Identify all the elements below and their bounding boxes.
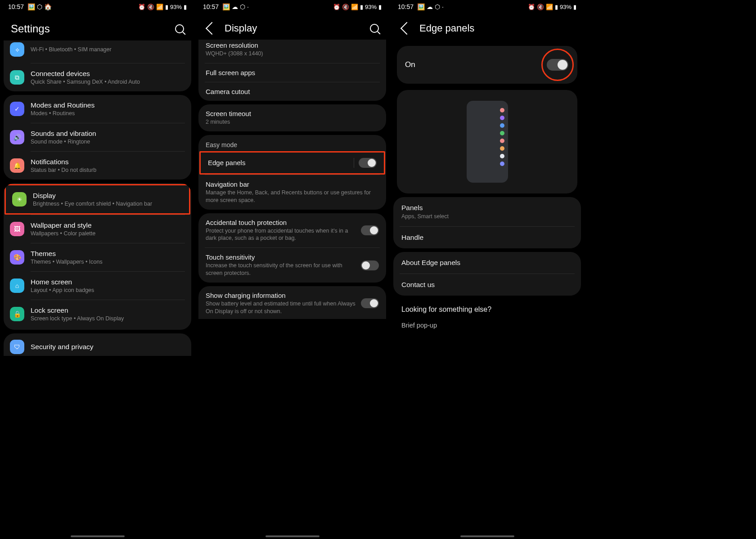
- edge-panels-toggle[interactable]: [359, 158, 377, 168]
- item-title: Show charging information: [206, 292, 356, 299]
- signal-icon: ▮: [555, 4, 558, 10]
- item-subtitle: Layout • App icon badges: [31, 287, 185, 293]
- header: Settings: [0, 13, 195, 40]
- back-icon[interactable]: [206, 22, 218, 35]
- link-brief-popup[interactable]: Brief pop-up: [393, 316, 581, 334]
- looking-for-label: Looking for something else?: [393, 299, 581, 316]
- status-bar: 10:57 🖼️ ☁ ⬡ · ⏰ 🔇 📶 ▮ 93% ▮: [195, 0, 390, 13]
- item-subtitle: WQHD+ (3088 x 1440): [206, 50, 379, 58]
- edge-item-handle[interactable]: Handle: [393, 227, 581, 248]
- gallery-icon: 🖼️: [222, 3, 230, 10]
- app-icon: ⬡: [435, 3, 440, 10]
- settings-item-modes-routines[interactable]: ✓ Modes and Routines Modes • Routines: [4, 95, 191, 123]
- preview-dot: [500, 146, 504, 151]
- item-subtitle: Apps, Smart select: [401, 213, 573, 220]
- item-title: Themes: [31, 250, 185, 258]
- preview-dots: [500, 108, 504, 175]
- item-subtitle: Wallpapers • Color palette: [31, 230, 185, 237]
- charging-info-toggle[interactable]: [361, 298, 379, 308]
- display-item-screen-timeout[interactable]: Screen timeout 2 minutes: [198, 104, 386, 131]
- cloud-icon: ☁: [232, 3, 238, 10]
- on-label: On: [405, 60, 415, 69]
- preview-dot: [500, 139, 504, 143]
- item-subtitle: Quick Share • Samsung DeX • Android Auto: [31, 79, 185, 85]
- item-title: Display: [33, 192, 183, 200]
- edge-panels-master-toggle-row[interactable]: On: [397, 46, 577, 84]
- edge-panel-preview: [397, 90, 577, 193]
- section-label-easy-mode[interactable]: Easy mode: [198, 135, 386, 151]
- item-title: Connected devices: [31, 70, 185, 78]
- gallery-icon: 🖼️: [27, 3, 35, 10]
- page-title: Display: [225, 22, 257, 34]
- settings-item-connections[interactable]: ⟡ Wi-Fi • Bluetooth • SIM manager: [4, 40, 191, 63]
- preview-dot: [500, 116, 504, 120]
- item-subtitle: Manage the Home, Back, and Recents butto…: [206, 189, 379, 204]
- alarm-icon: ⏰: [138, 4, 145, 10]
- shield-icon: 🛡: [10, 340, 24, 354]
- status-time: 10:57: [8, 3, 24, 10]
- home-icon: ⌂: [10, 278, 24, 293]
- settings-item-notifications[interactable]: 🔔 Notifications Status bar • Do not dist…: [4, 152, 191, 180]
- battery-percent: 93%: [365, 4, 377, 10]
- accidental-touch-toggle[interactable]: [361, 225, 379, 235]
- item-title: Navigation bar: [206, 180, 379, 188]
- settings-item-security[interactable]: 🛡 Security and privacy: [4, 333, 191, 356]
- edge-item-contact[interactable]: Contact us: [393, 274, 581, 296]
- page-title: Settings: [11, 22, 50, 35]
- battery-icon: ▮: [378, 4, 382, 10]
- settings-list: ⟡ Wi-Fi • Bluetooth • SIM manager ⧉ Conn…: [0, 40, 195, 539]
- app-icon: ⬡: [37, 3, 42, 10]
- item-title: Home screen: [31, 278, 185, 286]
- item-subtitle: Protect your phone from accidental touch…: [206, 227, 356, 243]
- preview-dot: [500, 131, 504, 135]
- header: Edge panels: [390, 13, 585, 40]
- cloud-icon: ☁: [427, 3, 433, 10]
- item-title: Panels: [401, 204, 573, 212]
- settings-item-lock-screen[interactable]: 🔒 Lock screen Screen lock type • Always …: [4, 300, 191, 328]
- item-subtitle: Brightness • Eye comfort shield • Naviga…: [33, 201, 183, 207]
- touch-sensitivity-toggle[interactable]: [361, 261, 379, 270]
- wifi-icon: ⟡: [10, 42, 24, 57]
- settings-item-wallpaper[interactable]: 🖼 Wallpaper and style Wallpapers • Color…: [4, 215, 191, 243]
- display-item-accidental-touch[interactable]: Accidental touch protection Protect your…: [198, 213, 386, 248]
- signal-icon: ▮: [360, 4, 363, 10]
- settings-item-sounds[interactable]: 🔊 Sounds and vibration Sound mode • Ring…: [4, 123, 191, 151]
- wifi-icon: 📶: [351, 4, 358, 10]
- bell-icon: 🔔: [10, 158, 24, 173]
- settings-item-display[interactable]: ☀ Display Brightness • Eye comfort shiel…: [6, 185, 189, 213]
- header: Display: [195, 13, 390, 40]
- sound-icon: 🔊: [10, 130, 24, 144]
- mute-icon: 🔇: [342, 4, 349, 10]
- item-title: Security and privacy: [31, 343, 185, 351]
- gallery-icon: 🖼️: [417, 3, 425, 10]
- settings-item-connected-devices[interactable]: ⧉ Connected devices Quick Share • Samsun…: [4, 63, 191, 91]
- back-icon[interactable]: [400, 22, 413, 35]
- palette-icon: 🎨: [10, 250, 24, 265]
- item-title: Accidental touch protection: [206, 219, 356, 226]
- settings-item-themes[interactable]: 🎨 Themes Themes • Wallpapers • Icons: [4, 243, 191, 271]
- edge-item-about[interactable]: About Edge panels: [393, 252, 581, 274]
- edge-panels-master-toggle[interactable]: [547, 59, 568, 71]
- item-subtitle: Screen lock type • Always On Display: [31, 315, 185, 322]
- item-title: Screen timeout: [206, 110, 379, 117]
- preview-dot: [500, 162, 504, 166]
- display-item-full-screen-apps[interactable]: Full screen apps: [198, 63, 386, 82]
- settings-item-home-screen[interactable]: ⌂ Home screen Layout • App icon badges: [4, 272, 191, 300]
- item-title: Notifications: [31, 158, 185, 166]
- item-title: Contact us: [401, 281, 573, 289]
- display-item-touch-sensitivity[interactable]: Touch sensitivity Increase the touch sen…: [198, 248, 386, 283]
- item-title: Screen resolution: [206, 41, 379, 49]
- item-title: About Edge panels: [401, 259, 573, 267]
- preview-dot: [500, 108, 504, 112]
- display-item-screen-resolution[interactable]: Screen resolution WQHD+ (3088 x 1440): [198, 40, 386, 63]
- display-item-show-charging[interactable]: Show charging information Show battery l…: [198, 286, 386, 319]
- nav-indicator: [266, 535, 320, 537]
- edge-item-panels[interactable]: Panels Apps, Smart select: [393, 197, 581, 226]
- display-item-navigation-bar[interactable]: Navigation bar Manage the Home, Back, an…: [198, 175, 386, 210]
- display-item-camera-cutout[interactable]: Camera cutout: [198, 82, 386, 101]
- display-item-edge-panels[interactable]: Edge panels: [201, 153, 384, 173]
- search-icon[interactable]: [175, 24, 184, 33]
- search-icon[interactable]: [370, 24, 379, 33]
- more-icon: ·: [247, 3, 249, 10]
- status-time: 10:57: [203, 3, 219, 10]
